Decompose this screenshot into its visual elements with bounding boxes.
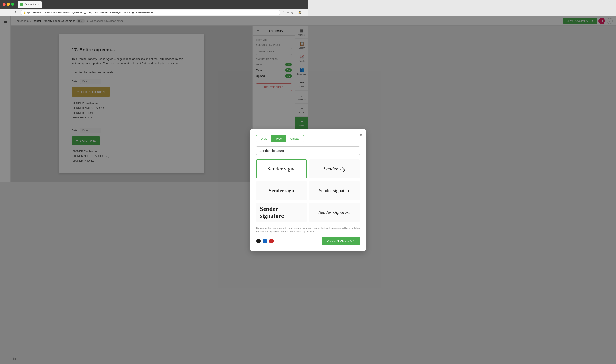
fullscreen-traffic-light[interactable]: [11, 3, 14, 6]
tab-upload[interactable]: Upload: [286, 135, 304, 142]
new-tab-button[interactable]: +: [43, 2, 45, 7]
incognito-label: Incognito: [287, 11, 297, 14]
tab-type[interactable]: Type: [271, 135, 286, 142]
sig-option-3[interactable]: Sender sign: [256, 181, 307, 182]
incognito-area: Incognito 🕵 ⋮: [287, 11, 306, 14]
signature-text-input[interactable]: [256, 146, 308, 155]
sig-option-1[interactable]: Sender signa: [256, 159, 307, 178]
forward-button[interactable]: ›: [8, 10, 12, 15]
tab-draw[interactable]: Draw: [256, 135, 271, 142]
address-bar[interactable]: 🔒 app.pandadoc.com/a/#/document/v1/edito…: [21, 10, 281, 15]
sig-option-1-text: Sender signa: [267, 166, 296, 172]
url-text: app.pandadoc.com/a/#/document/v1/editor/…: [27, 11, 278, 14]
reload-button[interactable]: ↻: [13, 10, 19, 15]
browser-chrome: P PandaDoc × +: [0, 0, 308, 9]
tab-bar: P PandaDoc × +: [18, 1, 306, 8]
more-menu-icon[interactable]: ⋮: [303, 11, 306, 14]
signature-options-grid: Sender signa Sender sig Sender sign Send…: [256, 159, 308, 182]
modal-tabs: Draw Type Upload: [256, 135, 304, 142]
traffic-lights: [2, 3, 14, 6]
close-traffic-light[interactable]: [2, 3, 6, 6]
tab-close-button[interactable]: ×: [38, 3, 39, 6]
tab-label: PandaDoc: [24, 3, 36, 6]
tab-favicon: P: [20, 3, 23, 6]
minimize-traffic-light[interactable]: [7, 3, 10, 6]
back-button[interactable]: ‹: [2, 10, 6, 15]
signature-modal: × Draw Type Upload Sender signa Sender s…: [250, 129, 308, 182]
active-tab[interactable]: P PandaDoc ×: [18, 1, 41, 8]
modal-overlay: × Draw Type Upload Sender signa Sender s…: [0, 16, 308, 182]
lock-icon: 🔒: [23, 11, 26, 14]
incognito-icon: 🕵: [298, 11, 302, 14]
bookmark-icon[interactable]: ☆: [282, 11, 285, 14]
address-bar-row: ‹ › ↻ 🔒 app.pandadoc.com/a/#/document/v1…: [0, 9, 308, 16]
